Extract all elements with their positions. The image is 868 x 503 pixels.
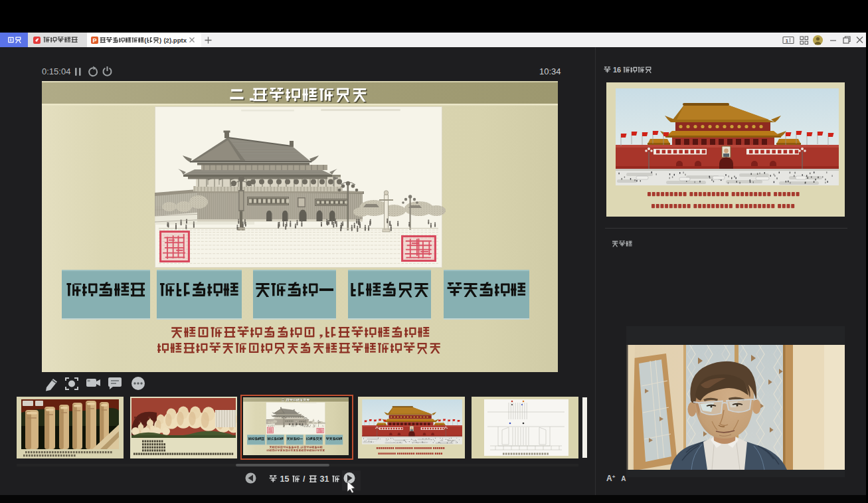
svg-text:15: 15 [280, 474, 290, 484]
svg-text:(2).pptx: (2).pptx [163, 37, 187, 44]
svg-text:31: 31 [320, 474, 329, 484]
svg-text:16: 16 [613, 66, 621, 74]
svg-text:1: 1 [786, 38, 788, 44]
svg-text:): ) [159, 37, 161, 44]
svg-text:/: / [303, 474, 305, 484]
svg-text:(: ( [144, 37, 147, 44]
